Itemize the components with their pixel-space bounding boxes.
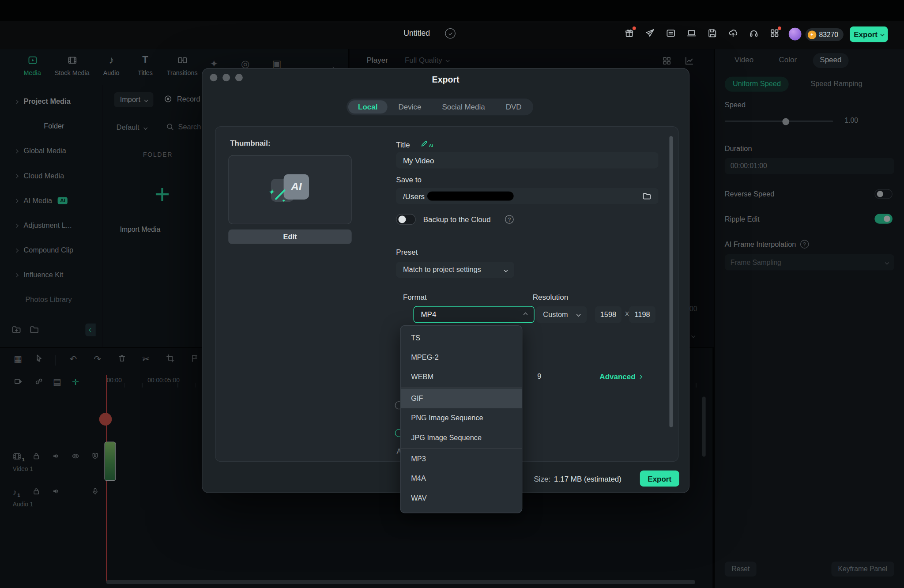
support-icon[interactable] (748, 28, 759, 39)
format-option-mp3[interactable]: MP3 (401, 449, 522, 468)
export-destination-tabs: Local Device Social Media DVD (347, 98, 533, 115)
resolution-width-input[interactable]: 1598 (595, 306, 622, 323)
resolution-preset-dropdown[interactable]: Custom (536, 306, 587, 323)
format-label: Format (403, 293, 427, 302)
size-label: Size: (534, 475, 550, 483)
resolution-label: Resolution (533, 293, 568, 302)
save-to-label: Save to (396, 175, 422, 184)
tab-social-media[interactable]: Social Media (432, 100, 495, 113)
browse-folder-icon[interactable] (642, 192, 652, 201)
app-window: Untitled ✦ 83270 Export Media (0, 0, 904, 588)
redacted-username (427, 192, 513, 201)
size-value: 1.17 MB (estimated) (554, 475, 622, 483)
tab-dvd[interactable]: DVD (496, 100, 531, 113)
chevron-up-icon (524, 313, 527, 317)
sparkle-icon: ✦ (268, 188, 274, 197)
device-preview-icon[interactable] (686, 28, 697, 39)
edit-thumbnail-button[interactable]: Edit (228, 230, 352, 244)
resolution-height-input[interactable]: 1198 (629, 306, 655, 323)
ai-title-icon[interactable]: AI (420, 139, 433, 147)
format-option-gif[interactable]: GIF (401, 388, 522, 408)
preset-label: Preset (396, 248, 418, 257)
size-estimate: Size: 1.17 MB (estimated) (534, 475, 621, 483)
dialog-export-button[interactable]: Export (640, 471, 679, 487)
dialog-scrollbar[interactable] (669, 136, 673, 427)
chevron-down-icon (881, 32, 885, 36)
backup-cloud-toggle[interactable] (396, 214, 415, 225)
tab-local[interactable]: Local (348, 100, 388, 113)
advanced-link[interactable]: Advanced (599, 373, 642, 381)
dialog-title: Export (202, 74, 689, 84)
notification-dot (633, 26, 636, 30)
export-dialog: Export Local Device Social Media DVD Thu… (202, 68, 689, 493)
top-bar: Untitled ✦ 83270 Export (0, 21, 904, 49)
ai-placeholder: AI (284, 174, 309, 199)
save-to-input[interactable]: /Users (396, 188, 658, 204)
top-icon-strip (624, 28, 780, 39)
title-input[interactable]: My Video (396, 152, 658, 169)
apps-icon[interactable] (769, 28, 780, 39)
thumbnail-label: Thumbnail: (230, 139, 270, 148)
coin-icon: ✦ (807, 30, 816, 39)
format-dropdown[interactable]: MP4 (413, 306, 534, 323)
format-option-webm[interactable]: WEBM (401, 367, 522, 387)
project-title: Untitled (403, 29, 430, 38)
share-icon[interactable] (644, 28, 655, 39)
export-queue-icon[interactable] (665, 28, 676, 39)
format-option-png-sequence[interactable]: PNG Image Sequence (401, 408, 522, 428)
ai-thumbnail-art: AI ✦ ✦ (267, 173, 313, 207)
divider (401, 448, 522, 449)
help-icon[interactable]: ? (505, 215, 514, 224)
points-badge[interactable]: ✦ 83270 (805, 28, 844, 41)
format-option-m4a[interactable]: M4A (401, 469, 522, 488)
chevron-right-icon (638, 375, 642, 379)
backup-cloud-label: Backup to the Cloud (423, 215, 491, 224)
notification-dot (778, 26, 781, 30)
save-icon[interactable] (707, 28, 718, 39)
format-option-jpg-sequence[interactable]: JPG Image Sequence (401, 428, 522, 447)
avatar[interactable] (789, 28, 802, 41)
thumbnail-preview[interactable]: AI ✦ ✦ (228, 155, 352, 224)
gift-icon[interactable] (624, 28, 635, 39)
chevron-down-icon (504, 268, 508, 272)
cloud-upload-icon[interactable] (727, 28, 738, 39)
chevron-down-icon (576, 313, 580, 317)
format-option-wav[interactable]: WAV (401, 488, 522, 508)
points-value: 83270 (819, 30, 839, 38)
divider (401, 388, 522, 388)
export-button[interactable]: Export (850, 26, 888, 42)
format-option-mpeg2[interactable]: MPEG-2 (401, 348, 522, 367)
preset-dropdown[interactable]: Match to project settings (396, 262, 514, 278)
format-options-menu: TS MPEG-2 WEBM GIF PNG Image Sequence JP… (400, 325, 522, 513)
export-button-label: Export (854, 30, 878, 39)
partial-framerate: 9 (537, 373, 541, 381)
title-label: Title (396, 141, 410, 150)
tab-device[interactable]: Device (388, 100, 431, 113)
sparkle-icon: ✦ (281, 198, 285, 204)
format-option-ts[interactable]: TS (401, 328, 522, 347)
save-status-icon[interactable] (445, 28, 456, 39)
